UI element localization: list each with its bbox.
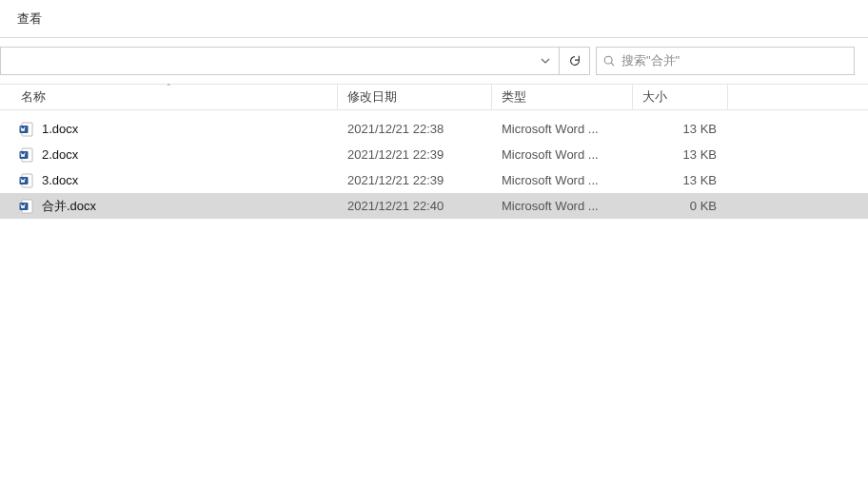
- column-header-type-label: 类型: [502, 89, 526, 106]
- file-row[interactable]: 3.docx 2021/12/21 22:39 Microsoft Word .…: [0, 167, 868, 193]
- search-placeholder: 搜索"合并": [621, 52, 680, 69]
- column-header-date[interactable]: 修改日期: [338, 85, 492, 109]
- file-row[interactable]: 合并.docx 2021/12/21 22:40 Microsoft Word …: [0, 193, 868, 219]
- address-text: ‍: [5, 54, 532, 68]
- file-modified-date: 2021/12/21 22:40: [338, 199, 492, 213]
- file-size: 13 KB: [633, 122, 728, 136]
- file-name: 2.docx: [42, 147, 78, 162]
- search-box[interactable]: 搜索"合并": [596, 47, 855, 75]
- file-size: 0 KB: [633, 199, 728, 213]
- column-header-type[interactable]: 类型: [492, 85, 633, 109]
- word-document-icon: [19, 199, 34, 214]
- file-name: 合并.docx: [42, 198, 96, 215]
- file-type: Microsoft Word ...: [492, 147, 633, 162]
- column-header-size[interactable]: 大小: [633, 85, 728, 109]
- column-header-name-label: 名称: [21, 89, 46, 106]
- file-name: 1.docx: [42, 122, 78, 136]
- file-size: 13 KB: [633, 173, 728, 187]
- menu-view[interactable]: 查看: [13, 7, 46, 31]
- word-document-icon: [19, 147, 34, 163]
- file-modified-date: 2021/12/21 22:38: [338, 122, 492, 136]
- search-icon: [602, 54, 616, 68]
- column-header-date-label: 修改日期: [347, 89, 397, 106]
- word-document-icon: [19, 122, 34, 137]
- column-header-size-label: 大小: [642, 89, 667, 106]
- menu-bar: 查看: [0, 0, 868, 38]
- column-headers: 名称 ˄ 修改日期 类型 大小: [0, 84, 868, 110]
- refresh-button[interactable]: [559, 48, 589, 74]
- file-row[interactable]: 1.docx 2021/12/21 22:38 Microsoft Word .…: [0, 116, 868, 142]
- chevron-down-icon: [541, 56, 550, 66]
- sort-indicator-icon: ˄: [167, 84, 171, 92]
- file-row[interactable]: 2.docx 2021/12/21 22:39 Microsoft Word .…: [0, 142, 868, 167]
- file-type: Microsoft Word ...: [492, 199, 633, 213]
- address-search-row: ‍ 搜索"合并": [0, 38, 868, 84]
- address-history-dropdown[interactable]: [532, 48, 559, 74]
- file-modified-date: 2021/12/21 22:39: [338, 147, 492, 162]
- file-modified-date: 2021/12/21 22:39: [338, 173, 492, 187]
- file-type: Microsoft Word ...: [492, 122, 633, 136]
- file-list: 1.docx 2021/12/21 22:38 Microsoft Word .…: [0, 110, 868, 219]
- svg-line-1: [611, 63, 614, 66]
- svg-point-0: [604, 56, 612, 64]
- word-document-icon: [19, 173, 34, 188]
- file-type: Microsoft Word ...: [492, 173, 633, 187]
- column-header-name[interactable]: 名称 ˄: [0, 85, 338, 109]
- file-size: 13 KB: [633, 147, 728, 162]
- refresh-icon: [568, 54, 582, 68]
- address-bar[interactable]: ‍: [0, 47, 590, 75]
- file-name: 3.docx: [42, 173, 78, 187]
